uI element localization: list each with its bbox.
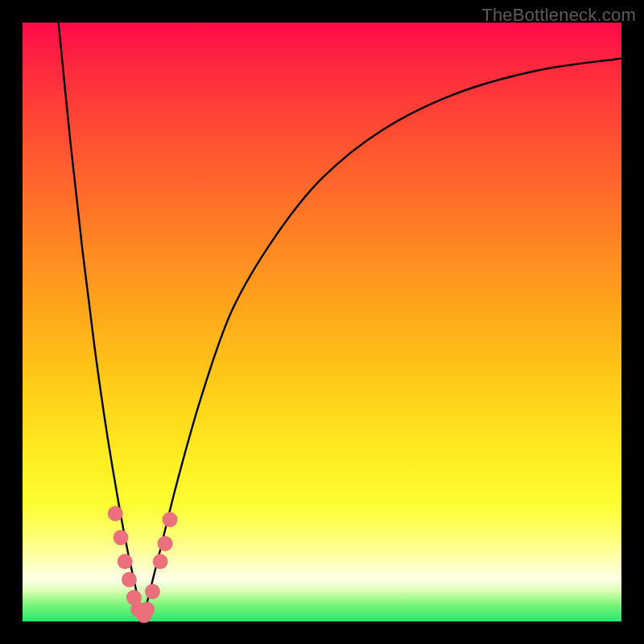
data-marker xyxy=(158,536,173,551)
chart-svg xyxy=(23,23,621,621)
data-marker xyxy=(108,506,123,522)
data-marker xyxy=(114,530,129,545)
chart-frame: TheBottleneck.com xyxy=(0,0,644,644)
data-marker xyxy=(145,584,160,599)
watermark-text: TheBottleneck.com xyxy=(481,5,636,26)
data-marker xyxy=(118,554,133,569)
marker-group xyxy=(108,506,178,623)
data-marker xyxy=(139,602,155,617)
curve-left-branch xyxy=(59,23,142,621)
curve-right-branch xyxy=(142,59,621,621)
plot-area xyxy=(23,23,621,621)
data-marker xyxy=(163,512,178,527)
data-marker xyxy=(122,572,137,587)
series-group xyxy=(59,23,621,621)
data-marker xyxy=(153,554,168,569)
